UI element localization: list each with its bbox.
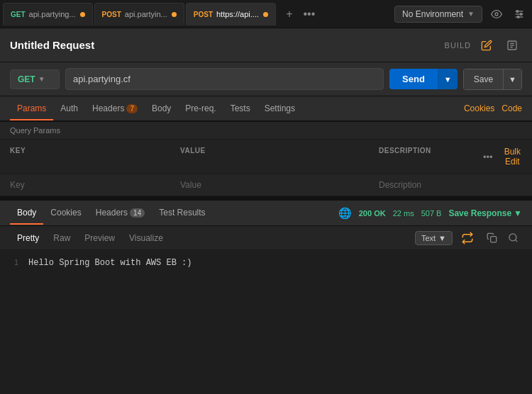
globe-icon: 🌐 <box>338 207 352 220</box>
text-format-selector[interactable]: Text ▼ <box>415 231 453 245</box>
param-key-cell[interactable]: Key <box>0 174 170 196</box>
col-header-value: VALUE <box>170 144 369 169</box>
svg-point-4 <box>516 10 519 12</box>
param-value-cell[interactable]: Value <box>170 174 369 196</box>
send-btn-group: Send ▼ <box>389 69 458 89</box>
tab-actions: + ••• <box>280 5 318 23</box>
format-bar: Pretty Raw Preview Visualize Text ▼ <box>0 226 532 250</box>
tab-2-method: POST <box>102 11 121 18</box>
response-tab-body[interactable]: Body <box>10 202 43 225</box>
url-input[interactable] <box>65 68 384 90</box>
tab-tests[interactable]: Tests <box>223 98 257 120</box>
tab-bar: GET api.partying... POST api.partyin... … <box>0 0 532 28</box>
response-stats: 🌐 200 OK 22 ms 507 B Save Response ▼ <box>338 207 522 220</box>
svg-line-13 <box>515 240 517 242</box>
save-response-chevron-icon: ▼ <box>514 208 522 218</box>
tab-2[interactable]: POST api.partyin... <box>94 3 184 26</box>
tabs-right-actions: Cookies Code <box>464 103 522 113</box>
cookies-link-button[interactable]: Cookies <box>464 103 494 113</box>
tab-3-dot <box>263 12 268 17</box>
col-header-key: KEY <box>0 144 170 169</box>
request-header-actions: BUILD <box>445 35 522 55</box>
param-row-actions <box>511 174 532 196</box>
eye-icon-button[interactable] <box>487 4 506 24</box>
env-icons <box>487 4 529 24</box>
more-tabs-button[interactable]: ••• <box>300 5 318 23</box>
format-tab-pretty[interactable]: Pretty <box>10 229 46 247</box>
env-selector[interactable]: No Environment ▼ <box>394 6 482 23</box>
env-selector-label: No Environment <box>402 9 463 19</box>
edit-icon-button[interactable] <box>477 35 497 55</box>
tab-3-method: POST <box>194 11 213 18</box>
text-format-label: Text <box>421 234 436 242</box>
response-body: 1 Hello Spring Boot with AWS EB :) <box>0 250 532 307</box>
send-dropdown-button[interactable]: ▼ <box>438 69 458 89</box>
format-tab-raw[interactable]: Raw <box>46 229 77 247</box>
tab-body[interactable]: Body <box>145 98 178 120</box>
build-label: BUILD <box>445 41 471 50</box>
tab-params[interactable]: Params <box>10 98 53 120</box>
response-tab-test-results[interactable]: Test Results <box>152 202 212 225</box>
response-tab-headers[interactable]: Headers14 <box>89 202 152 225</box>
tab-settings[interactable]: Settings <box>257 98 302 120</box>
format-tab-preview[interactable]: Preview <box>77 229 122 247</box>
response-line-1: 1 Hello Spring Boot with AWS EB :) <box>0 257 532 269</box>
env-chevron-icon: ▼ <box>467 10 475 18</box>
request-header: Untitled Request BUILD <box>0 28 532 62</box>
query-params-section-label: Query Params <box>0 122 532 140</box>
status-code: 200 OK <box>359 209 386 218</box>
tab-3[interactable]: POST https://api.... <box>186 3 276 26</box>
response-size: 507 B <box>421 209 442 218</box>
svg-point-5 <box>520 13 522 15</box>
send-button[interactable]: Send <box>389 69 438 89</box>
code-link-button[interactable]: Code <box>501 103 522 113</box>
request-tabs-row: Params Auth Headers7 Body Pre-req. Tests… <box>0 96 532 122</box>
url-bar: GET ▼ Send ▼ Save ▼ <box>0 62 532 96</box>
tab-1[interactable]: GET api.partying... <box>3 3 93 26</box>
table-row: Key Value Description <box>0 174 532 196</box>
line-content-1: Hello Spring Boot with AWS EB :) <box>28 258 192 268</box>
method-label: GET <box>18 74 35 84</box>
tab-1-dot <box>80 12 85 17</box>
params-table: KEY VALUE DESCRIPTION ••• Bulk Edit Key … <box>0 140 532 196</box>
env-bar: No Environment ▼ <box>394 4 529 24</box>
tab-2-dot <box>172 12 177 17</box>
response-tab-cookies[interactable]: Cookies <box>43 202 88 225</box>
format-tab-visualize[interactable]: Visualize <box>122 229 170 247</box>
notes-icon-button[interactable] <box>502 35 522 55</box>
param-description-cell[interactable]: Description <box>369 174 511 196</box>
tab-prereq[interactable]: Pre-req. <box>178 98 223 120</box>
svg-point-12 <box>509 234 516 241</box>
response-time: 22 ms <box>393 209 414 218</box>
request-title: Untitled Request <box>10 39 445 51</box>
add-tab-button[interactable]: + <box>280 5 299 23</box>
response-header: Body Cookies Headers14 Test Results 🌐 20… <box>0 201 532 226</box>
save-button[interactable]: Save <box>463 69 503 90</box>
svg-point-6 <box>517 16 519 18</box>
method-chevron-icon: ▼ <box>38 75 45 83</box>
col-more-icon[interactable]: ••• <box>483 152 493 162</box>
search-icon-button[interactable] <box>504 229 522 247</box>
tab-1-url: api.partying... <box>29 10 76 18</box>
sliders-icon-button[interactable] <box>509 4 529 24</box>
wrap-icon-button[interactable] <box>458 229 477 247</box>
format-select-group: Text ▼ <box>415 229 522 247</box>
copy-icon-button[interactable] <box>482 229 501 247</box>
bulk-edit-button[interactable]: Bulk Edit <box>497 144 528 169</box>
params-table-header: KEY VALUE DESCRIPTION ••• Bulk Edit <box>0 140 532 174</box>
tab-auth[interactable]: Auth <box>53 98 85 120</box>
format-right-icons <box>482 229 522 247</box>
svg-point-0 <box>495 13 498 16</box>
tab-2-url: api.partyin... <box>125 10 167 18</box>
tab-1-method: GET <box>11 11 26 18</box>
tab-3-url: https://api.... <box>216 10 259 18</box>
save-response-button[interactable]: Save Response ▼ <box>448 208 522 218</box>
save-btn-group: Save ▼ <box>463 69 522 90</box>
save-dropdown-button[interactable]: ▼ <box>503 69 522 90</box>
method-selector[interactable]: GET ▼ <box>10 69 60 89</box>
text-format-chevron-icon: ▼ <box>438 234 446 242</box>
line-number-1: 1 <box>0 258 28 266</box>
tab-headers[interactable]: Headers7 <box>85 98 145 120</box>
col-header-actions: ••• Bulk Edit <box>511 144 532 169</box>
svg-rect-11 <box>490 237 496 242</box>
